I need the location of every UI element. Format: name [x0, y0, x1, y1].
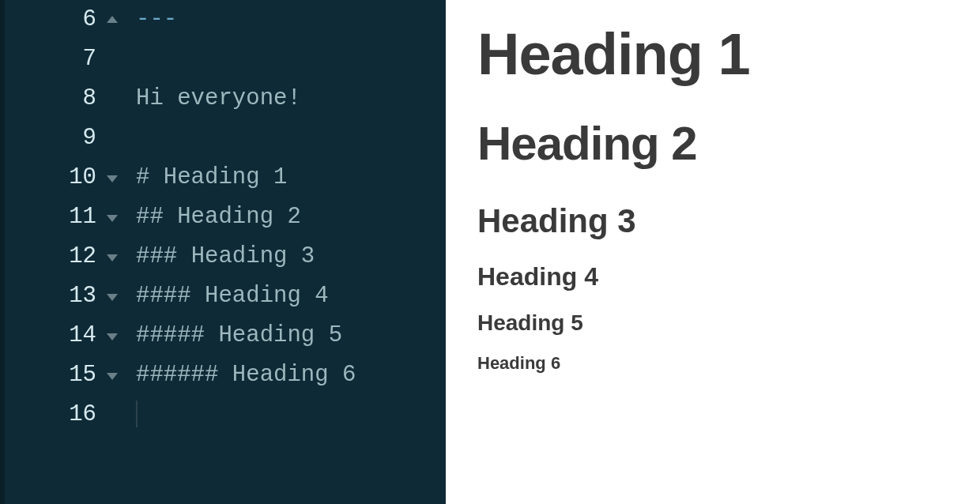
fold-down-icon: [107, 254, 118, 261]
code-content[interactable]: [123, 395, 446, 434]
fold-gutter[interactable]: [101, 332, 123, 340]
line-number: 8: [0, 79, 101, 118]
code-token: ##: [136, 204, 177, 230]
code-token: Heading 4: [205, 283, 329, 309]
code-content[interactable]: ### Heading 3: [123, 237, 446, 276]
line-number: 9: [0, 118, 101, 158]
code-content[interactable]: # Heading 1: [123, 158, 446, 197]
code-content[interactable]: ---: [123, 0, 446, 39]
text-cursor: [136, 401, 138, 427]
code-line[interactable]: 14##### Heading 5: [0, 316, 446, 355]
line-number: 10: [0, 158, 101, 197]
editor-left-bar: [0, 0, 5, 504]
code-line[interactable]: 13#### Heading 4: [0, 276, 446, 316]
code-token: ###: [136, 243, 191, 269]
line-number: 15: [0, 355, 101, 395]
code-content[interactable]: ###### Heading 6: [123, 355, 446, 395]
line-number: 12: [0, 237, 101, 276]
preview-heading-1: Heading 1: [477, 21, 980, 88]
fold-up-icon: [107, 16, 118, 23]
line-number: 7: [0, 39, 101, 79]
code-content[interactable]: #### Heading 4: [123, 276, 446, 316]
code-line[interactable]: 16: [0, 395, 446, 434]
editor-lines[interactable]: 6---78Hi everyone!910# Heading 111## Hea…: [0, 0, 446, 434]
fold-gutter[interactable]: [101, 253, 123, 261]
preview-heading-5: Heading 5: [477, 310, 980, 336]
code-token: ####: [136, 283, 205, 309]
code-line[interactable]: 12### Heading 3: [0, 237, 446, 276]
code-token: ######: [136, 362, 232, 388]
code-token: ---: [136, 6, 177, 32]
code-editor[interactable]: 6---78Hi everyone!910# Heading 111## Hea…: [0, 0, 446, 504]
code-line[interactable]: 6---: [0, 0, 446, 39]
code-line[interactable]: 15###### Heading 6: [0, 355, 446, 395]
code-content[interactable]: ## Heading 2: [123, 197, 446, 237]
line-number: 13: [0, 276, 101, 316]
fold-down-icon: [107, 175, 118, 182]
code-line[interactable]: 9: [0, 118, 446, 158]
code-line[interactable]: 8Hi everyone!: [0, 79, 446, 118]
fold-gutter[interactable]: [101, 292, 123, 301]
code-content[interactable]: Hi everyone!: [123, 79, 446, 118]
code-token: Heading 6: [232, 362, 356, 388]
code-content[interactable]: ##### Heading 5: [123, 316, 446, 355]
preview-heading-3: Heading 3: [477, 202, 980, 240]
fold-gutter[interactable]: [101, 213, 123, 222]
code-line[interactable]: 7: [0, 39, 446, 79]
line-number: 6: [0, 0, 101, 39]
fold-down-icon: [107, 373, 118, 380]
code-token: Heading 2: [177, 204, 301, 230]
fold-gutter[interactable]: [101, 17, 123, 23]
markdown-preview: Heading 1 Heading 2 Heading 3 Heading 4 …: [446, 0, 980, 504]
fold-down-icon: [107, 294, 118, 301]
fold-gutter[interactable]: [101, 371, 123, 380]
line-number: 11: [0, 197, 101, 237]
line-number: 14: [0, 316, 101, 355]
code-token: Hi everyone!: [136, 85, 301, 111]
code-token: Heading 5: [218, 322, 342, 348]
fold-gutter[interactable]: [101, 174, 123, 182]
code-token: #####: [136, 322, 218, 348]
code-token: Heading 3: [191, 243, 315, 269]
fold-down-icon: [107, 333, 118, 340]
line-number: 16: [0, 395, 101, 434]
preview-heading-2: Heading 2: [477, 116, 980, 171]
preview-heading-6: Heading 6: [477, 353, 980, 374]
preview-heading-4: Heading 4: [477, 262, 980, 291]
code-token: Heading 1: [164, 164, 288, 190]
code-token: #: [136, 164, 164, 190]
code-line[interactable]: 10# Heading 1: [0, 158, 446, 197]
code-line[interactable]: 11## Heading 2: [0, 197, 446, 237]
fold-down-icon: [107, 215, 118, 222]
